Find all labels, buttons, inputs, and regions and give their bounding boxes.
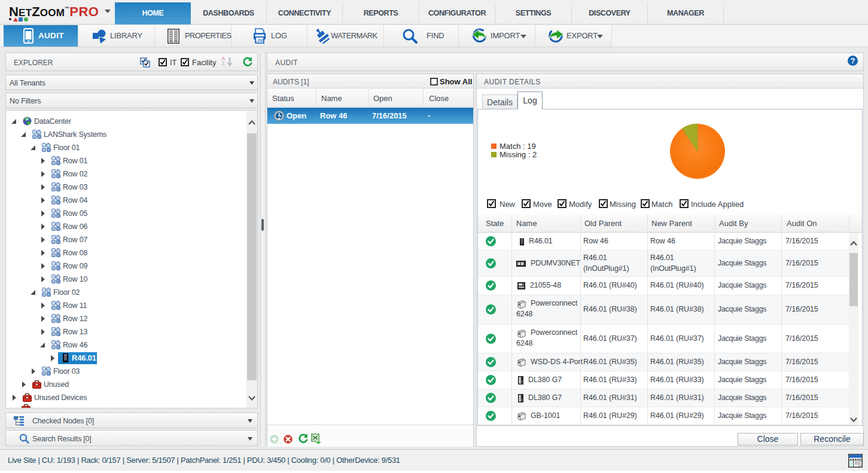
svg-text:LOG: LOG bbox=[255, 38, 264, 42]
